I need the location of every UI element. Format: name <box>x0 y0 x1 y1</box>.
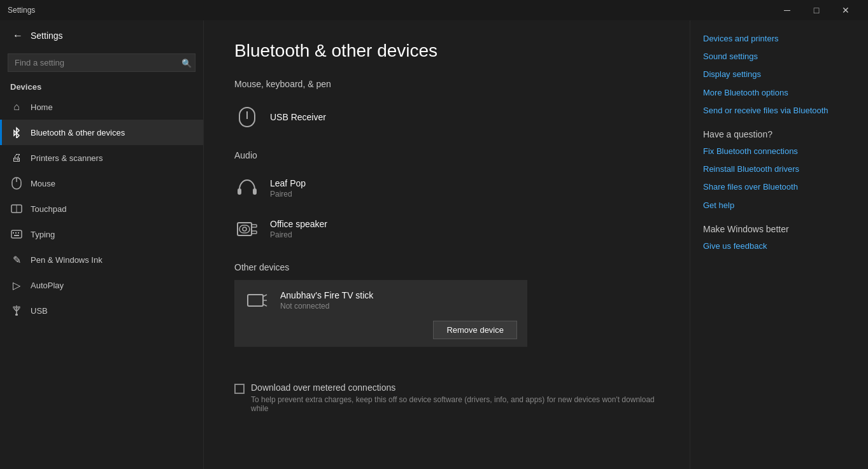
fire-tv-icon <box>245 288 270 313</box>
fire-tv-name: Anubhav's Fire TV stick <box>280 290 373 300</box>
office-speaker-info: Office speaker Paired <box>270 219 327 239</box>
sidebar-item-mouse[interactable]: Mouse <box>0 171 203 196</box>
remove-device-button[interactable]: Remove device <box>433 321 517 339</box>
sidebar-item-bluetooth[interactable]: Bluetooth & other devices <box>0 120 203 145</box>
send-receive-link[interactable]: Send or receive files via Bluetooth <box>703 105 855 116</box>
svg-rect-14 <box>18 307 20 308</box>
search-input[interactable] <box>8 53 196 72</box>
sidebar-item-printers-label: Printers & scanners <box>31 153 103 163</box>
fire-tv-info: Anubhav's Fire TV stick Not connected <box>280 290 373 311</box>
svg-rect-6 <box>15 232 17 234</box>
make-windows-better-section: Make Windows better Give us feedback <box>703 224 855 252</box>
sound-settings-link[interactable]: Sound settings <box>703 51 855 62</box>
svg-rect-17 <box>238 188 241 195</box>
sidebar-item-typing-label: Typing <box>31 230 55 239</box>
leaf-pop-info: Leaf Pop Paired <box>270 178 306 199</box>
printer-icon: 🖨 <box>10 151 23 164</box>
svg-rect-4 <box>11 230 22 238</box>
svg-rect-18 <box>253 188 257 195</box>
reinstall-bt-link[interactable]: Reinstall Bluetooth drivers <box>703 164 855 175</box>
download-checkbox-desc: To help prevent extra charges, keep this… <box>251 395 659 413</box>
sidebar-item-autoplay-label: AutoPlay <box>31 281 64 290</box>
sidebar-header: ← Settings <box>0 20 203 51</box>
home-icon: ⌂ <box>10 101 23 113</box>
devices-printers-link[interactable]: Devices and printers <box>703 33 855 45</box>
app-title: Settings <box>8 6 772 15</box>
svg-rect-13 <box>13 307 15 308</box>
mouse-icon <box>10 177 23 190</box>
pen-icon: ✎ <box>10 253 23 266</box>
leaf-pop-item[interactable]: Leaf Pop Paired <box>234 168 659 209</box>
get-help-link[interactable]: Get help <box>703 200 855 211</box>
download-checkbox-label: Download over metered connections <box>251 382 659 393</box>
mouse-keyboard-heading: Mouse, keyboard, & pen <box>234 79 659 89</box>
office-speaker-status: Paired <box>270 230 327 239</box>
svg-rect-20 <box>239 225 250 233</box>
sidebar: ← Settings 🔍 Devices ⌂ Home Bluetooth & … <box>0 20 204 469</box>
maximize-button[interactable]: □ <box>802 0 831 20</box>
usb-receiver-name: USB Receiver <box>270 112 326 122</box>
main-content: Bluetooth & other devices Mouse, keyboar… <box>204 20 690 469</box>
typing-icon <box>10 228 23 241</box>
sidebar-item-typing[interactable]: Typing <box>0 221 203 247</box>
back-button[interactable]: ← <box>10 27 25 44</box>
audio-section: Audio Leaf Pop Paired <box>234 150 659 249</box>
fire-tv-status: Not connected <box>280 302 373 311</box>
usb-icon <box>10 304 23 317</box>
svg-rect-24 <box>248 295 263 306</box>
sidebar-section-label: Devices <box>0 77 203 94</box>
usb-receiver-info: USB Receiver <box>270 112 326 122</box>
minimize-button[interactable]: ─ <box>772 0 802 20</box>
autoplay-icon: ▷ <box>10 279 23 291</box>
svg-rect-12 <box>15 314 18 316</box>
download-checkbox[interactable] <box>234 384 245 394</box>
other-devices-section: Other devices Anubhav's Fire TV stick No… <box>234 262 659 347</box>
sidebar-item-usb[interactable]: USB <box>0 298 203 323</box>
make-better-title: Make Windows better <box>703 224 855 234</box>
usb-receiver-icon <box>234 104 260 130</box>
sidebar-item-touchpad[interactable]: Touchpad <box>0 196 203 221</box>
download-checkbox-row: Download over metered connections To hel… <box>234 382 659 413</box>
download-checkbox-content: Download over metered connections To hel… <box>251 382 659 413</box>
sidebar-item-autoplay[interactable]: ▷ AutoPlay <box>0 272 203 298</box>
fix-bt-link[interactable]: Fix Bluetooth connections <box>703 146 855 157</box>
search-container: 🔍 <box>8 53 196 72</box>
have-question-section: Have a question? Fix Bluetooth connectio… <box>703 129 855 211</box>
svg-rect-7 <box>18 232 19 234</box>
display-settings-link[interactable]: Display settings <box>703 69 855 80</box>
page-title: Bluetooth & other devices <box>234 41 659 61</box>
svg-rect-5 <box>13 232 14 234</box>
svg-rect-22 <box>252 225 257 227</box>
office-speaker-item[interactable]: Office speaker Paired <box>234 209 659 249</box>
sidebar-item-home[interactable]: ⌂ Home <box>0 94 203 120</box>
leaf-pop-status: Paired <box>270 190 306 199</box>
sidebar-item-pen[interactable]: ✎ Pen & Windows Ink <box>0 247 203 272</box>
sidebar-item-home-label: Home <box>31 102 53 112</box>
mouse-keyboard-section: Mouse, keyboard, & pen USB Receiver <box>234 79 659 137</box>
share-files-link[interactable]: Share files over Bluetooth <box>703 181 855 193</box>
window-controls: ─ □ ✕ <box>772 0 860 20</box>
sidebar-item-printers[interactable]: 🖨 Printers & scanners <box>0 145 203 171</box>
sidebar-item-usb-label: USB <box>31 306 48 316</box>
svg-rect-8 <box>14 235 19 236</box>
fire-tv-card[interactable]: Anubhav's Fire TV stick Not connected Re… <box>234 280 527 347</box>
leaf-pop-name: Leaf Pop <box>270 178 306 188</box>
sidebar-app-title: Settings <box>31 31 63 41</box>
app-body: ← Settings 🔍 Devices ⌂ Home Bluetooth & … <box>0 20 868 469</box>
usb-receiver-item[interactable]: USB Receiver <box>234 97 659 137</box>
bluetooth-icon <box>10 126 23 139</box>
svg-point-21 <box>243 227 246 231</box>
sidebar-item-mouse-label: Mouse <box>31 179 55 188</box>
close-button[interactable]: ✕ <box>831 0 860 20</box>
headphones-icon <box>234 176 260 201</box>
more-bluetooth-link[interactable]: More Bluetooth options <box>703 87 855 99</box>
feedback-link[interactable]: Give us feedback <box>703 241 855 252</box>
sidebar-item-pen-label: Pen & Windows Ink <box>31 255 103 265</box>
search-icon-button[interactable]: 🔍 <box>181 58 192 67</box>
touchpad-icon <box>10 202 23 215</box>
sidebar-item-touchpad-label: Touchpad <box>31 204 66 214</box>
sidebar-item-bluetooth-label: Bluetooth & other devices <box>31 128 125 137</box>
title-bar: Settings ─ □ ✕ <box>0 0 868 20</box>
speaker-icon <box>234 216 260 242</box>
other-devices-heading: Other devices <box>234 262 659 272</box>
